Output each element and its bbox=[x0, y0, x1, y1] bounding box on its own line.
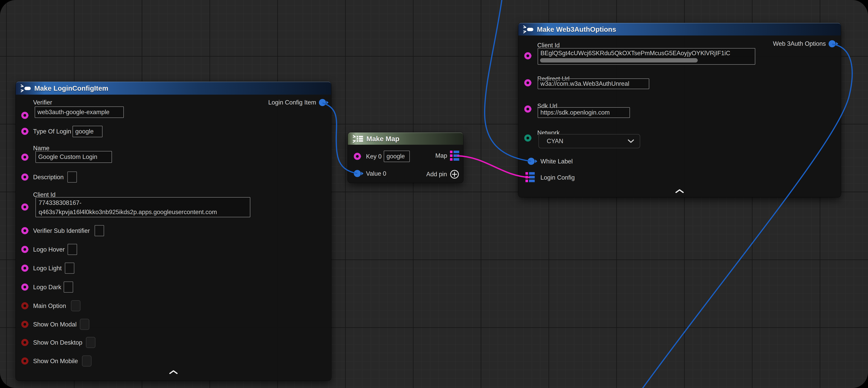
make-struct-icon bbox=[523, 25, 534, 34]
logo-light-label: Logo Light bbox=[33, 265, 62, 272]
key0-label: Key 0 bbox=[366, 153, 381, 160]
type-of-login-label: Type Of Login bbox=[33, 128, 71, 135]
type-of-login-input[interactable] bbox=[72, 126, 102, 137]
key0-input[interactable] bbox=[384, 151, 410, 162]
show-on-modal-pin[interactable] bbox=[21, 321, 28, 328]
show-on-mobile-label: Show On Mobile bbox=[33, 358, 78, 365]
verifier-pin[interactable] bbox=[21, 112, 28, 119]
show-on-desktop-checkbox[interactable] bbox=[86, 337, 95, 348]
name-pin[interactable] bbox=[21, 154, 28, 161]
make-struct-icon bbox=[20, 84, 32, 93]
output-label: Login Config Item bbox=[268, 99, 316, 106]
login-config-label: Login Config bbox=[540, 174, 575, 181]
node-header-make-web3authoptions[interactable]: Make Web3AuthOptions bbox=[518, 23, 841, 35]
type-of-login-pin[interactable] bbox=[21, 128, 28, 135]
node-header-make-loginconfigitem[interactable]: Make LoginConfigItem bbox=[16, 82, 331, 95]
logo-light-pin[interactable] bbox=[21, 265, 28, 272]
client-id-input[interactable]: BEglQSgt4cUWcj6SKRdu5QkOXTsePmMcusG5EAoy… bbox=[538, 48, 755, 65]
verifier-label: Verifier bbox=[33, 99, 52, 106]
show-on-desktop-label: Show On Desktop bbox=[33, 339, 82, 346]
white-label-label: White Label bbox=[540, 158, 573, 165]
main-option-checkbox[interactable] bbox=[71, 300, 81, 311]
show-on-modal-label: Show On Modal bbox=[33, 321, 77, 328]
logo-dark-input[interactable] bbox=[64, 281, 73, 293]
node-make-map[interactable]: Make Map Key 0 Map Value 0 Add pin bbox=[348, 132, 463, 183]
key0-pin[interactable] bbox=[354, 153, 361, 160]
output-pin-login-config-item[interactable] bbox=[319, 99, 326, 106]
output-login-config-item: Login Config Item bbox=[268, 99, 326, 106]
collapse-chevron-icon[interactable] bbox=[675, 189, 684, 193]
node-header-make-map[interactable]: Make Map bbox=[348, 132, 463, 145]
redirect-url-pin[interactable] bbox=[524, 79, 531, 86]
client-id-pin[interactable] bbox=[524, 52, 531, 59]
logo-hover-pin[interactable] bbox=[21, 246, 28, 253]
logo-dark-pin[interactable] bbox=[21, 283, 28, 291]
logo-hover-label: Logo Hover bbox=[33, 246, 65, 253]
description-pin[interactable] bbox=[21, 174, 28, 181]
name-label: Name bbox=[33, 145, 50, 152]
name-input[interactable] bbox=[35, 151, 112, 163]
network-pin[interactable] bbox=[524, 135, 531, 142]
sdk-url-pin[interactable] bbox=[524, 106, 531, 113]
blueprint-graph-canvas[interactable]: Make LoginConfigItem Login Config Item V… bbox=[0, 0, 868, 388]
show-on-desktop-pin[interactable] bbox=[21, 339, 28, 346]
add-pin-label: Add pin bbox=[426, 171, 447, 178]
verifier-sub-identifier-pin[interactable] bbox=[21, 227, 28, 234]
value0-label: Value 0 bbox=[366, 170, 386, 177]
output-pin-web3auth-options[interactable] bbox=[829, 40, 836, 47]
output-label: Web 3Auth Options bbox=[773, 40, 826, 47]
client-id-scrollbar[interactable] bbox=[540, 58, 698, 62]
description-label: Description bbox=[33, 174, 64, 181]
collapse-chevron-icon[interactable] bbox=[169, 370, 178, 374]
network-value: CYAN bbox=[547, 138, 563, 145]
client-id-input[interactable]: 774338308167-q463s7kpvja16l4l0kko3nb925i… bbox=[35, 197, 250, 217]
verifier-sub-identifier-label: Verifier Sub Identifier bbox=[33, 227, 90, 234]
client-id-pin[interactable] bbox=[21, 204, 28, 211]
node-title: Make LoginConfigItem bbox=[34, 84, 108, 92]
client-id-text: BEglQSgt4cUWcj6SKRdu5QkOXTsePmMcusG5EAoy… bbox=[538, 49, 755, 57]
node-title: Make Web3AuthOptions bbox=[537, 25, 616, 33]
add-pin-button[interactable]: Add pin bbox=[426, 170, 459, 179]
logo-hover-input[interactable] bbox=[68, 244, 77, 255]
make-map-icon bbox=[352, 134, 364, 143]
network-dropdown[interactable]: CYAN bbox=[538, 134, 640, 148]
output-web3auth-options: Web 3Auth Options bbox=[773, 40, 836, 47]
show-on-mobile-pin[interactable] bbox=[21, 357, 28, 364]
sdk-url-input[interactable] bbox=[538, 107, 630, 118]
add-pin-plus-icon[interactable] bbox=[450, 170, 459, 179]
main-option-pin[interactable] bbox=[21, 302, 28, 309]
client-id-label: Client Id bbox=[537, 42, 560, 49]
verifier-sub-identifier-input[interactable] bbox=[95, 225, 104, 236]
map-output-label: Map bbox=[435, 152, 447, 159]
node-title: Make Map bbox=[366, 135, 399, 143]
redirect-url-input[interactable] bbox=[538, 79, 649, 89]
verifier-input[interactable] bbox=[35, 107, 124, 118]
node-make-loginconfigitem[interactable]: Make LoginConfigItem Login Config Item V… bbox=[16, 82, 331, 381]
node-make-web3authoptions[interactable]: Make Web3AuthOptions Client Id Web 3Auth… bbox=[518, 23, 841, 197]
description-input[interactable] bbox=[67, 172, 77, 183]
output-map: Map bbox=[435, 151, 459, 161]
logo-light-input[interactable] bbox=[65, 263, 74, 274]
show-on-mobile-checkbox[interactable] bbox=[82, 355, 91, 366]
logo-dark-label: Logo Dark bbox=[33, 284, 61, 291]
show-on-modal-checkbox[interactable] bbox=[80, 319, 89, 330]
main-option-label: Main Option bbox=[33, 302, 66, 309]
chevron-down-icon bbox=[627, 139, 634, 143]
